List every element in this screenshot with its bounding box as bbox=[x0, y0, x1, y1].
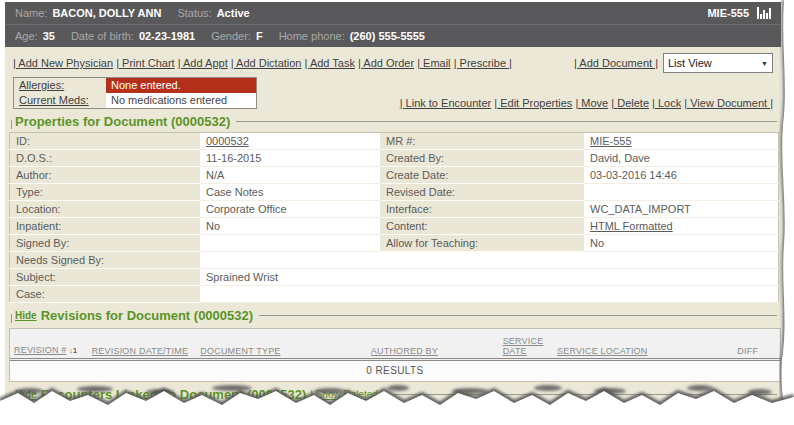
prop-label-interface: Interface: bbox=[380, 201, 584, 218]
patient-age: 35 bbox=[43, 30, 55, 42]
current-meds-cell: Current Meds: bbox=[14, 93, 106, 108]
column-revision-datetime[interactable]: REVISION DATE/TIME bbox=[88, 346, 197, 356]
table-row: D.O.S.: 11-16-2015 Created By: David, Da… bbox=[10, 150, 779, 167]
column-revision-number[interactable]: REVISION # ↓1 bbox=[10, 345, 88, 356]
screenshot-page: Name: BACON, DOLLY ANN Status: Active MI… bbox=[0, 0, 794, 425]
chart-actions-row: Add New Physician Print Chart Add Appt A… bbox=[5, 47, 781, 75]
prop-label-create-date: Create Date: bbox=[380, 167, 584, 184]
prescribe-link[interactable]: Prescribe bbox=[454, 57, 512, 69]
prop-value-subject: Sprained Wrist bbox=[200, 269, 779, 286]
add-appt-link[interactable]: Add Appt bbox=[178, 57, 228, 69]
lock-link[interactable]: Lock bbox=[652, 97, 681, 109]
show-deleted-link[interactable]: Show Deleted bbox=[316, 389, 378, 400]
mr-number-link[interactable]: MIE-555 bbox=[590, 135, 632, 147]
patient-phone: (260) 555-5555 bbox=[350, 30, 425, 42]
allergies-link[interactable]: Allergies: bbox=[19, 79, 64, 91]
add-task-link[interactable]: Add Task bbox=[305, 57, 355, 69]
dob-label: Date of birth: bbox=[71, 30, 134, 42]
current-meds-link[interactable]: Current Meds: bbox=[19, 94, 89, 106]
column-document-type[interactable]: DOCUMENT TYPE bbox=[196, 346, 367, 356]
column-authored-by[interactable]: AUTHORED BY bbox=[367, 346, 499, 356]
gender-label: Gender: bbox=[211, 30, 251, 42]
properties-title: Properties for Document (0000532) bbox=[15, 114, 230, 129]
bar-chart-icon[interactable] bbox=[757, 7, 771, 19]
prop-label-created-by: Created By: bbox=[380, 150, 584, 167]
prop-label-case: Case: bbox=[10, 286, 201, 303]
hide-revisions-link[interactable]: Hide bbox=[15, 310, 37, 321]
prop-value-inpatient: No bbox=[200, 218, 380, 235]
current-meds-value: No medications entered bbox=[106, 93, 256, 108]
prop-value-signed-by bbox=[200, 235, 380, 252]
edit-properties-link[interactable]: Edit Properties bbox=[494, 97, 572, 109]
add-dictation-link[interactable]: Add Dictation bbox=[231, 57, 302, 69]
add-order-link[interactable]: Add Order bbox=[358, 57, 414, 69]
add-new-physician-link[interactable]: Add New Physician bbox=[13, 57, 113, 69]
prop-label-revised-date: Revised Date: bbox=[380, 184, 584, 201]
prop-value-dos: 11-16-2015 bbox=[200, 150, 380, 167]
revisions-title: Revisions for Document (0000532) bbox=[41, 308, 253, 323]
view-mode-select[interactable]: List View ▼ bbox=[663, 53, 773, 73]
print-chart-link[interactable]: Print Chart bbox=[116, 57, 175, 69]
table-row: ID: 0000532 MR #: MIE-555 bbox=[10, 133, 779, 150]
prop-label-type: Type: bbox=[10, 184, 201, 201]
prop-label-subject: Subject: bbox=[10, 269, 201, 286]
phone-label: Home phone: bbox=[279, 30, 345, 42]
prop-value-location: Corporate Office bbox=[200, 201, 380, 218]
patient-dob: 02-23-1981 bbox=[139, 30, 195, 42]
prop-value-author: N/A bbox=[200, 167, 380, 184]
prop-label-allow-teaching: Allow for Teaching: bbox=[380, 235, 584, 252]
chevron-down-icon: ▼ bbox=[761, 60, 768, 67]
properties-section-header: Properties for Document (0000532) bbox=[5, 109, 781, 131]
prop-value-created-by: David, Dave bbox=[584, 150, 779, 167]
prop-value-case bbox=[200, 286, 779, 303]
prop-label-author: Author: bbox=[10, 167, 201, 184]
prop-value-content: HTML Formatted bbox=[584, 218, 779, 235]
prop-label-dos: D.O.S.: bbox=[10, 150, 201, 167]
html-formatted-link[interactable]: HTML Formatted bbox=[590, 220, 673, 232]
prop-label-content: Content: bbox=[380, 218, 584, 235]
prop-value-interface: WC_DATA_IMPORT bbox=[584, 201, 779, 218]
document-actions-right: Add Document List View ▼ bbox=[574, 53, 773, 73]
email-link[interactable]: Email bbox=[417, 57, 450, 69]
column-diff: DIFF bbox=[733, 346, 780, 356]
section-rule bbox=[393, 394, 777, 395]
column-create[interactable]: CREATE bbox=[564, 412, 600, 422]
allergy-meds-box: Allergies: None entered. Current Meds: N… bbox=[13, 77, 257, 109]
column-service-date[interactable]: SERVICE DATE bbox=[499, 336, 553, 356]
hide-encounters-link[interactable]: Hide bbox=[15, 389, 37, 400]
revisions-results-count: 0 RESULTS bbox=[10, 361, 780, 381]
table-row: Case: bbox=[10, 286, 779, 303]
allergies-cell: Allergies: bbox=[14, 78, 106, 93]
link-to-encounter-link[interactable]: Link to Encounter bbox=[400, 97, 492, 109]
prop-label-inpatient: Inpatient: bbox=[10, 218, 201, 235]
prop-value-allow-teaching: No bbox=[584, 235, 779, 252]
revisions-table: REVISION # ↓1 REVISION DATE/TIME DOCUMEN… bbox=[9, 328, 781, 382]
patient-demographics-bar: Age: 35 Date of birth: 02-23-1981 Gender… bbox=[5, 25, 781, 47]
revisions-section-header: Hide Revisions for Document (0000532) bbox=[5, 303, 781, 325]
medical-record-number: MIE-555 bbox=[707, 7, 749, 19]
table-row: Inpatient: No Content: HTML Formatted bbox=[10, 218, 779, 235]
prop-value-revised-date bbox=[584, 184, 779, 201]
allergies-value: None entered. bbox=[106, 78, 256, 93]
document-id-link[interactable]: 0000532 bbox=[206, 135, 249, 147]
webchart-app: Name: BACON, DOLLY ANN Status: Active MI… bbox=[5, 2, 781, 423]
table-row: Type: Case Notes Revised Date: bbox=[10, 184, 779, 201]
summary-row: Allergies: None entered. Current Meds: N… bbox=[5, 75, 781, 109]
prop-label-signed-by: Signed By: bbox=[10, 235, 201, 252]
add-document-link[interactable]: Add Document bbox=[574, 57, 658, 69]
table-row: Needs Signed By: bbox=[10, 252, 779, 269]
status-label: Status: bbox=[177, 7, 211, 19]
sort-icon: ↓1 bbox=[69, 347, 77, 354]
move-link[interactable]: Move bbox=[575, 97, 608, 109]
table-row: Author: N/A Create Date: 03-03-2016 14:4… bbox=[10, 167, 779, 184]
prop-value-needs-signed-by bbox=[200, 252, 779, 269]
prop-label-id: ID: bbox=[10, 133, 201, 150]
prop-label-mr: MR #: bbox=[380, 133, 584, 150]
patient-gender: F bbox=[256, 30, 263, 42]
delete-link[interactable]: Delete bbox=[611, 97, 649, 109]
encounters-section-header: Hide Encounters Linked To Document (0000… bbox=[5, 382, 781, 404]
view-document-link[interactable]: View Document bbox=[684, 97, 773, 109]
section-rule bbox=[259, 315, 777, 316]
column-service-location[interactable]: SERVICE LOCATION bbox=[553, 346, 733, 356]
allergies-row: Allergies: None entered. bbox=[14, 78, 256, 93]
